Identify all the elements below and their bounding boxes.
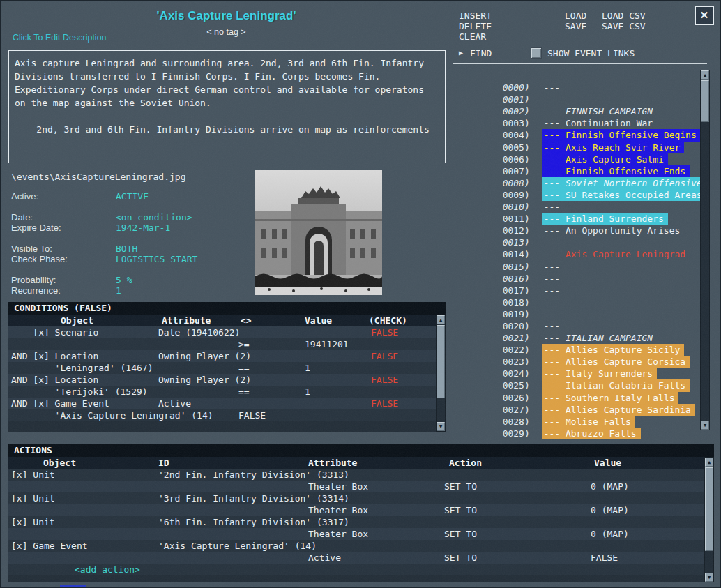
event-title-text: --- Molise Falls	[542, 416, 635, 428]
action-value: 0 (MAP)	[584, 528, 714, 540]
action-value: FALSE	[584, 552, 714, 564]
close-button[interactable]: ✕	[695, 6, 714, 25]
event-title-text: ---	[542, 82, 564, 93]
condition-row[interactable]: AND [x] Game Event Active FALSE	[8, 398, 446, 409]
scroll-down-button[interactable]: ▼	[705, 573, 713, 582]
conditions-scrollbar[interactable]: ▲ ▼	[436, 315, 446, 432]
action-row[interactable]: [x] Unit '6th Fin. Infantry Division' (3…	[8, 516, 714, 528]
event-image-path[interactable]: \events\AxisCaptureLeningrad.jpg	[11, 172, 185, 182]
field-value[interactable]: <on condition>	[116, 212, 192, 223]
event-number: 0001)	[503, 93, 542, 105]
event-title-text: --- SU Retakes Occupied Areas	[542, 189, 706, 201]
condition-row[interactable]: 'Axis Capture Leningrad' (14) FALSE	[8, 409, 446, 421]
event-number: 0006)	[503, 153, 542, 165]
event-number: 0023)	[503, 356, 542, 368]
find-toggle[interactable]: ▶ FIND SHOW EVENT LINKS	[453, 47, 707, 60]
scroll-up-button[interactable]: ▲	[437, 315, 445, 324]
field-value[interactable]: 1	[116, 285, 121, 296]
event-list-item[interactable]: 0000)---	[453, 70, 700, 82]
edit-description-link[interactable]: Click To Edit Description	[13, 33, 107, 43]
event-description[interactable]: Axis capture Leningrad and surrounding a…	[8, 50, 446, 163]
scroll-down-button[interactable]: ▼	[701, 421, 709, 430]
field-label: Date:	[11, 212, 116, 223]
field-value[interactable]: ACTIVE	[116, 191, 149, 202]
action-verb: SET TO	[437, 528, 584, 540]
event-title-text: --- Allies Capture Corsica	[542, 356, 690, 368]
menu-save-csv[interactable]: SAVE CSV	[602, 21, 646, 31]
action-object	[8, 552, 151, 564]
condition-value	[298, 350, 364, 362]
condition-operator	[232, 374, 298, 386]
action-row[interactable]: [x] Game Event 'Axis Capture Leningrad' …	[8, 540, 714, 552]
menu-load-csv[interactable]: LOAD CSV	[602, 10, 646, 21]
event-title-text: ---	[542, 93, 564, 105]
action-row[interactable]: Active SET TO FALSE	[8, 552, 714, 564]
condition-attribute	[151, 338, 232, 350]
menu-delete[interactable]: DELETE	[459, 21, 492, 31]
field-value[interactable]: LOGISTICS START	[116, 254, 197, 264]
field-row: Date:<on condition>	[11, 212, 252, 223]
action-row[interactable]: Theater Box SET TO 0 (MAP)	[8, 481, 714, 492]
action-verb: SET TO	[437, 552, 584, 564]
action-attribute	[301, 492, 437, 504]
action-value: 0 (MAP)	[584, 481, 714, 492]
field-value[interactable]: BOTH	[116, 243, 137, 254]
action-object: [x] Unit	[8, 516, 151, 528]
action-object	[8, 481, 151, 492]
scroll-down-button[interactable]: ▼	[437, 422, 445, 431]
scroll-up-button[interactable]: ▲	[705, 458, 713, 467]
show-event-links-checkbox[interactable]	[531, 47, 542, 59]
action-row[interactable]: [x] Unit '3rd Fin. Infantry Division' (3…	[8, 492, 714, 504]
condition-object: AND [x] Location	[8, 350, 151, 362]
show-event-links-label: SHOW EVENT LINKS	[547, 48, 635, 59]
field-row: Check Phase:LOGISTICS START	[11, 254, 252, 264]
condition-row[interactable]: AND [x] Location Owning Player (2) FALSE	[8, 350, 446, 362]
event-title-text: --- Abruzzo Falls	[542, 428, 641, 439]
event-title-text: --- Axis Capture Salmi	[542, 153, 668, 165]
actions-header-attribute: Attribute	[301, 457, 437, 469]
condition-row[interactable]: [x] Scenario Date (19410622) FALSE	[8, 326, 446, 338]
condition-value	[298, 374, 364, 386]
event-title-text: --- Soviet Northern Offensive	[542, 177, 706, 189]
event-number: 0028)	[503, 416, 542, 428]
add-action-link[interactable]: <add action>	[8, 564, 714, 575]
condition-check: FALSE	[364, 374, 446, 386]
condition-row[interactable]: - >= 19411201	[8, 338, 446, 350]
field-value[interactable]: 1942-Mar-1	[116, 223, 170, 233]
condition-row[interactable]: 'Terijoki' (1529) == 1	[8, 386, 446, 398]
condition-row[interactable]: AND [x] Location Owning Player (2) FALSE	[8, 374, 446, 386]
condition-check	[364, 338, 446, 350]
menu-save[interactable]: SAVE	[565, 21, 586, 31]
menu-load[interactable]: LOAD	[565, 10, 586, 21]
action-attribute	[301, 469, 437, 481]
menu-clear[interactable]: CLEAR	[459, 31, 486, 42]
event-title-text: --- Axis Reach Svir River	[542, 142, 685, 153]
action-id	[151, 552, 301, 564]
event-number: 0025)	[503, 379, 542, 391]
menu-insert[interactable]: INSERT	[459, 10, 492, 21]
event-title-text: --- ITALIAN CAMPAIGN	[542, 332, 658, 344]
action-row[interactable]: Theater Box SET TO 0 (MAP)	[8, 528, 714, 540]
event-title-text: ---	[542, 320, 564, 332]
scroll-up-button[interactable]: ▲	[701, 70, 709, 80]
condition-check: FALSE	[364, 350, 446, 362]
event-list-scrollbar[interactable]: ▲ ▼	[700, 70, 710, 430]
action-verb: SET TO	[437, 481, 584, 492]
actions-scrollbar[interactable]: ▲ ▼	[704, 457, 714, 582]
scroll-thumb[interactable]	[437, 325, 445, 398]
scroll-thumb[interactable]	[701, 80, 709, 122]
event-title-text: ---	[542, 236, 564, 248]
action-attribute	[301, 540, 437, 552]
action-row[interactable]: [x] Unit '2nd Fin. Infantry Division' (3…	[8, 469, 714, 481]
scroll-thumb[interactable]	[705, 467, 713, 551]
action-row[interactable]: Theater Box SET TO 0 (MAP)	[8, 504, 714, 516]
event-number: 0018)	[503, 296, 542, 308]
condition-check	[364, 386, 446, 398]
event-title-text: ---	[542, 308, 564, 320]
condition-row[interactable]: 'Leningrad' (1467) == 1	[8, 362, 446, 374]
event-title-text: ---	[542, 201, 564, 213]
actions-header-id: ID	[151, 457, 301, 469]
condition-object: AND [x] Game Event	[8, 398, 151, 409]
field-value[interactable]: 5 %	[116, 275, 132, 285]
action-attribute: Active	[301, 552, 437, 564]
